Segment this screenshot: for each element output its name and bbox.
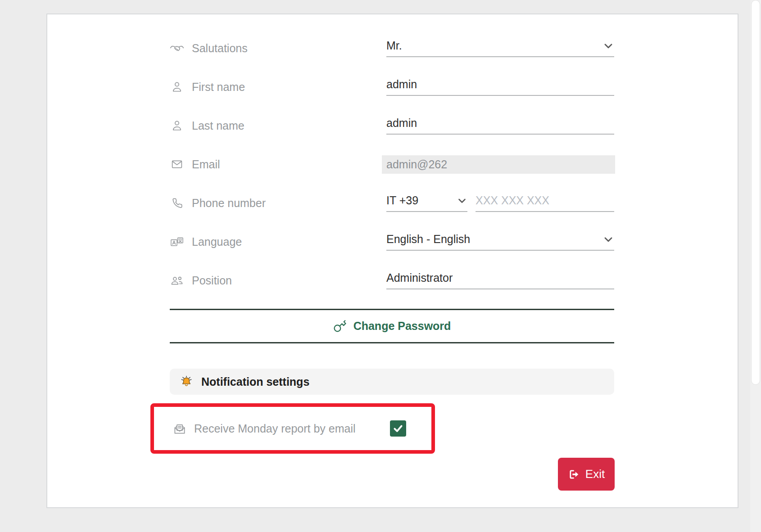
position-value: Administrator <box>386 271 453 284</box>
position-label: Position <box>192 274 232 287</box>
chevron-down-icon <box>457 195 467 206</box>
phone-number-input[interactable]: XXX XXX XXX <box>476 194 614 212</box>
users-icon <box>170 275 184 286</box>
field-row-email: Email admin@262 <box>170 145 614 184</box>
first-name-value: admin <box>386 78 417 91</box>
first-name-value-cell: admin <box>386 78 614 96</box>
salutations-label-cell: Salutations <box>170 42 386 55</box>
last-name-input[interactable]: admin <box>386 117 614 135</box>
field-row-salutations: Salutations Mr. <box>170 29 614 68</box>
email-value: admin@262 <box>386 158 447 171</box>
language-label: Language <box>192 235 242 248</box>
phone-country-select[interactable]: IT +39 <box>386 194 467 212</box>
field-row-first-name: First name admin <box>170 68 614 106</box>
salutations-value-cell: Mr. <box>386 39 614 57</box>
phone-number-placeholder: XXX XXX XXX <box>476 194 549 207</box>
language-value-cell: English - English <box>386 233 614 251</box>
language-selected-value: English - English <box>386 233 470 246</box>
email-value-cell: admin@262 <box>386 155 614 174</box>
language-label-cell: Language <box>170 235 386 248</box>
handshake-icon <box>170 43 184 53</box>
phone-icon <box>170 197 184 209</box>
change-password-button[interactable]: Change Password <box>170 310 614 342</box>
profile-settings-card: Salutations Mr. First name <box>46 14 738 508</box>
chevron-down-icon <box>602 40 614 52</box>
first-name-input[interactable]: admin <box>386 78 614 96</box>
divider-bottom <box>170 342 614 343</box>
phone-value-cell: IT +39 XXX XXX XXX <box>386 194 614 212</box>
language-select[interactable]: English - English <box>386 233 614 251</box>
person-icon <box>170 81 184 93</box>
scrollbar-thumb[interactable] <box>751 0 760 385</box>
last-name-label: Last name <box>192 119 245 132</box>
salutations-select[interactable]: Mr. <box>386 39 614 57</box>
position-label-cell: Position <box>170 274 386 287</box>
field-row-position: Position Administrator <box>170 261 614 300</box>
chevron-down-icon <box>602 234 614 245</box>
logout-icon <box>568 469 580 480</box>
notification-settings-header: Notification settings <box>170 369 614 395</box>
exit-label: Exit <box>585 467 605 481</box>
profile-form: Salutations Mr. First name <box>170 29 614 300</box>
field-row-phone: Phone number IT +39 XXX XXX XXX <box>170 184 614 222</box>
position-value-cell: Administrator <box>386 271 614 289</box>
last-name-label-cell: Last name <box>170 119 386 132</box>
translate-icon <box>170 236 184 247</box>
email-label: Email <box>192 158 220 171</box>
person-icon <box>170 120 184 131</box>
field-row-language: Language English - English <box>170 222 614 261</box>
email-input-disabled: admin@262 <box>382 155 615 174</box>
first-name-label: First name <box>192 81 245 94</box>
monday-report-label: Receive Monday report by email <box>194 422 356 435</box>
monday-report-checkbox[interactable] <box>390 420 406 437</box>
phone-country-value: IT +39 <box>386 194 418 207</box>
exit-button[interactable]: Exit <box>558 458 615 491</box>
key-icon <box>333 320 347 333</box>
bell-icon <box>180 375 193 388</box>
last-name-value-cell: admin <box>386 117 614 135</box>
email-label-cell: Email <box>170 158 386 171</box>
notification-settings-title: Notification settings <box>201 375 309 388</box>
last-name-value: admin <box>386 117 417 130</box>
monday-report-highlight: Receive Monday report by email <box>150 403 435 454</box>
change-password-label: Change Password <box>353 320 451 333</box>
phone-label: Phone number <box>192 197 266 210</box>
mail-icon <box>170 159 184 170</box>
salutations-label: Salutations <box>192 42 248 55</box>
first-name-label-cell: First name <box>170 81 386 94</box>
position-input[interactable]: Administrator <box>386 271 614 289</box>
salutations-selected-value: Mr. <box>386 39 402 52</box>
mail-open-icon <box>173 422 186 435</box>
field-row-last-name: Last name admin <box>170 106 614 145</box>
scrollbar[interactable] <box>750 0 761 532</box>
phone-label-cell: Phone number <box>170 197 386 210</box>
